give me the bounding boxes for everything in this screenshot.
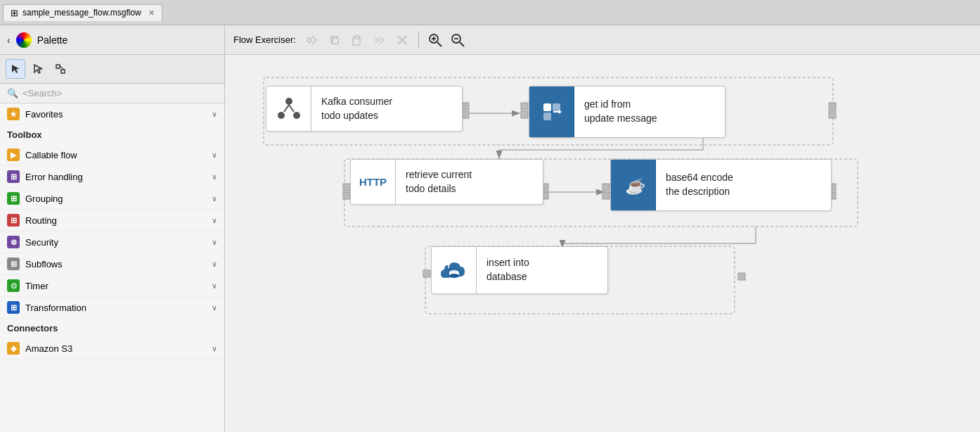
svg-rect-30 [521,103,528,110]
canvas-area: Flow Exerciser: [225,25,980,432]
file-tab[interactable]: ⊞ sample_message_flow.msgflow ✕ [3,4,162,21]
kafka-icon [276,96,302,122]
copy-button[interactable] [325,31,344,49]
pointer-tool[interactable] [28,59,48,79]
favorites-icon: ★ [7,108,20,120]
search-row[interactable]: 🔍 <Search> [0,84,224,103]
callable-flow-label: Callable flow [25,150,77,160]
security-label: Security [25,237,58,248]
tab-flow-icon: ⊞ [11,8,18,18]
grouping-label: Grouping [25,193,63,204]
close-icon[interactable]: ✕ [148,8,155,18]
security-icon: ⊛ [7,236,20,248]
connection-tool[interactable] [51,59,70,79]
get-id-icon-area [529,87,574,137]
palette-header: ‹ Palette [0,25,224,55]
svg-point-53 [449,274,459,278]
timer-chevron: ∨ [212,281,217,291]
error-handling-chevron: ∨ [212,172,217,182]
java-node-icon: ☕ [617,168,650,202]
flow-canvas[interactable]: Kafka consumertodo updates [225,55,980,432]
kafka-consumer-node[interactable]: Kafka consumertodo updates [266,86,463,132]
transformation-chevron: ∨ [212,303,217,312]
retrieve-todo-node[interactable]: HTTP retrieve currenttodo details [350,159,543,205]
svg-rect-36 [602,184,610,191]
stop-button[interactable] [393,31,411,49]
svg-rect-0 [56,65,60,68]
palette-item-subflows[interactable]: ⊞ Subflows ∨ [0,253,224,275]
svg-rect-46 [543,103,551,111]
palette-item-error-handling[interactable]: ⊞ Error handling ∨ [0,166,224,188]
svg-rect-31 [521,111,528,118]
svg-line-44 [284,105,289,112]
security-chevron: ∨ [212,238,217,247]
timer-label: Timer [25,281,49,291]
flow-exerciser-label: Flow Exerciser: [233,34,296,45]
palette-item-amazon-s3[interactable]: ◈ Amazon S3 ∨ [0,338,224,360]
record-button[interactable] [370,31,389,49]
svg-line-45 [289,105,294,112]
favorites-chevron: ∨ [212,110,217,119]
error-handling-icon: ⊞ [7,170,20,183]
svg-rect-33 [343,192,350,199]
insert-db-node[interactable]: insert intodatabase [431,246,608,294]
palette-item-favorites[interactable]: ★ Favorites ∨ [0,103,224,125]
svg-rect-25 [829,103,836,110]
svg-rect-37 [602,192,610,199]
palette-list: ★ Favorites ∨ Toolbox ▶ Callable flow ∨ [0,103,224,432]
svg-rect-29 [738,273,745,280]
cloud-database-icon [438,255,470,285]
http-text: HTTP [359,176,387,188]
amazon-s3-icon: ◈ [7,342,20,355]
svg-rect-48 [543,113,551,120]
palette-item-callable-flow[interactable]: ▶ Callable flow ∨ [0,144,224,166]
routing-chevron: ∨ [212,216,217,225]
grouping-icon: ⊞ [7,192,20,205]
tab-label: sample_message_flow.msgflow [22,8,141,18]
palette-item-routing[interactable]: ⊞ Routing ∨ [0,210,224,231]
transformation-label: Transformation [25,303,86,313]
amazon-s3-chevron: ∨ [212,344,217,353]
paste-button[interactable] [348,31,366,49]
routing-label: Routing [25,215,57,226]
callable-flow-icon: ▶ [7,148,20,161]
svg-rect-32 [343,184,350,191]
favorites-label: Favorites [25,109,63,120]
svg-point-41 [285,98,292,105]
svg-point-5 [307,38,311,42]
search-icon: 🔍 [7,88,18,99]
palette-item-timer[interactable]: ⊙ Timer ∨ [0,275,224,297]
back-arrow[interactable]: ‹ [7,34,11,46]
base64-node[interactable]: ☕ base64 encodethe description [610,159,832,211]
palette-toolbar [0,55,224,84]
get-id-label: get id fromupdate message [574,87,687,137]
zoom-out-button[interactable] [449,31,467,49]
grouping-chevron: ∨ [212,194,217,203]
get-id-node[interactable]: get id fromupdate message [529,86,726,138]
svg-rect-39 [462,111,469,118]
palette-item-transformation[interactable]: ⊞ Transformation ∨ [0,297,224,319]
select-tool[interactable] [6,59,25,79]
svg-line-17 [460,42,464,46]
subflows-label: Subflows [25,259,63,269]
insert-db-label: insert intodatabase [477,247,589,293]
retrieve-todo-label: retrieve currenttodo details [396,160,508,204]
palette-item-security[interactable]: ⊛ Security ∨ [0,231,224,253]
kafka-consumer-label: Kafka consumertodo updates [311,87,424,131]
send-button[interactable] [303,31,321,49]
routing-node-icon [535,95,568,129]
amazon-s3-label: Amazon S3 [25,343,72,354]
canvas-toolbar: Flow Exerciser: [225,25,980,55]
subflows-chevron: ∨ [212,260,217,269]
svg-rect-38 [462,103,469,110]
connectors-header: Connectors [0,319,224,338]
palette-item-grouping[interactable]: ⊞ Grouping ∨ [0,188,224,210]
svg-marker-49 [559,110,562,114]
http-icon-area: HTTP [351,160,396,204]
svg-rect-26 [829,111,836,118]
svg-point-42 [278,112,285,119]
zoom-in-button[interactable] [426,31,444,49]
toolbar-separator [418,32,419,49]
svg-point-43 [293,112,300,119]
svg-rect-40 [423,270,430,277]
